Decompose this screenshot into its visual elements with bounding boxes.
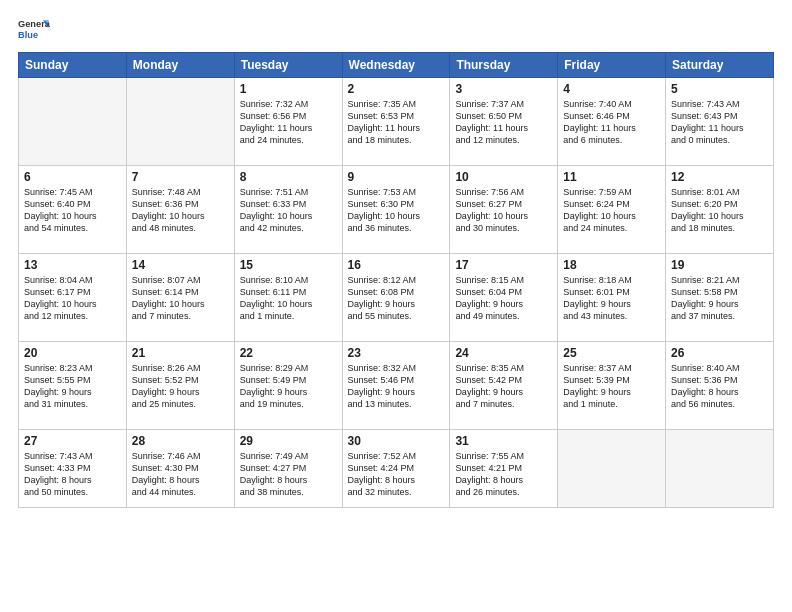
day-number: 16 <box>348 258 445 272</box>
day-number: 10 <box>455 170 552 184</box>
calendar-cell: 1Sunrise: 7:32 AM Sunset: 6:56 PM Daylig… <box>234 78 342 166</box>
day-number: 13 <box>24 258 121 272</box>
calendar-cell <box>666 430 774 508</box>
cell-text: Sunrise: 7:56 AM Sunset: 6:27 PM Dayligh… <box>455 186 552 235</box>
day-number: 11 <box>563 170 660 184</box>
calendar-header-row: SundayMondayTuesdayWednesdayThursdayFrid… <box>19 53 774 78</box>
calendar-cell <box>19 78 127 166</box>
calendar-week-2: 6Sunrise: 7:45 AM Sunset: 6:40 PM Daylig… <box>19 166 774 254</box>
cell-text: Sunrise: 7:53 AM Sunset: 6:30 PM Dayligh… <box>348 186 445 235</box>
calendar-cell: 5Sunrise: 7:43 AM Sunset: 6:43 PM Daylig… <box>666 78 774 166</box>
cell-text: Sunrise: 7:40 AM Sunset: 6:46 PM Dayligh… <box>563 98 660 147</box>
calendar-cell: 13Sunrise: 8:04 AM Sunset: 6:17 PM Dayli… <box>19 254 127 342</box>
header: GeneralBlue <box>18 16 774 44</box>
calendar-cell <box>126 78 234 166</box>
day-number: 9 <box>348 170 445 184</box>
day-number: 1 <box>240 82 337 96</box>
calendar-cell: 19Sunrise: 8:21 AM Sunset: 5:58 PM Dayli… <box>666 254 774 342</box>
calendar-cell: 10Sunrise: 7:56 AM Sunset: 6:27 PM Dayli… <box>450 166 558 254</box>
day-number: 2 <box>348 82 445 96</box>
day-header-friday: Friday <box>558 53 666 78</box>
cell-text: Sunrise: 7:37 AM Sunset: 6:50 PM Dayligh… <box>455 98 552 147</box>
day-number: 31 <box>455 434 552 448</box>
calendar-cell <box>558 430 666 508</box>
calendar-cell: 12Sunrise: 8:01 AM Sunset: 6:20 PM Dayli… <box>666 166 774 254</box>
cell-text: Sunrise: 7:48 AM Sunset: 6:36 PM Dayligh… <box>132 186 229 235</box>
logo-icon: GeneralBlue <box>18 16 50 44</box>
day-number: 28 <box>132 434 229 448</box>
cell-text: Sunrise: 8:18 AM Sunset: 6:01 PM Dayligh… <box>563 274 660 323</box>
cell-text: Sunrise: 8:29 AM Sunset: 5:49 PM Dayligh… <box>240 362 337 411</box>
day-number: 23 <box>348 346 445 360</box>
cell-text: Sunrise: 7:45 AM Sunset: 6:40 PM Dayligh… <box>24 186 121 235</box>
cell-text: Sunrise: 8:32 AM Sunset: 5:46 PM Dayligh… <box>348 362 445 411</box>
day-number: 30 <box>348 434 445 448</box>
calendar: SundayMondayTuesdayWednesdayThursdayFrid… <box>18 52 774 508</box>
calendar-cell: 30Sunrise: 7:52 AM Sunset: 4:24 PM Dayli… <box>342 430 450 508</box>
calendar-cell: 7Sunrise: 7:48 AM Sunset: 6:36 PM Daylig… <box>126 166 234 254</box>
calendar-cell: 3Sunrise: 7:37 AM Sunset: 6:50 PM Daylig… <box>450 78 558 166</box>
day-number: 14 <box>132 258 229 272</box>
calendar-week-1: 1Sunrise: 7:32 AM Sunset: 6:56 PM Daylig… <box>19 78 774 166</box>
day-header-sunday: Sunday <box>19 53 127 78</box>
day-number: 27 <box>24 434 121 448</box>
calendar-cell: 22Sunrise: 8:29 AM Sunset: 5:49 PM Dayli… <box>234 342 342 430</box>
day-number: 21 <box>132 346 229 360</box>
calendar-cell: 9Sunrise: 7:53 AM Sunset: 6:30 PM Daylig… <box>342 166 450 254</box>
cell-text: Sunrise: 7:32 AM Sunset: 6:56 PM Dayligh… <box>240 98 337 147</box>
calendar-cell: 20Sunrise: 8:23 AM Sunset: 5:55 PM Dayli… <box>19 342 127 430</box>
calendar-cell: 2Sunrise: 7:35 AM Sunset: 6:53 PM Daylig… <box>342 78 450 166</box>
calendar-cell: 6Sunrise: 7:45 AM Sunset: 6:40 PM Daylig… <box>19 166 127 254</box>
calendar-cell: 17Sunrise: 8:15 AM Sunset: 6:04 PM Dayli… <box>450 254 558 342</box>
calendar-cell: 18Sunrise: 8:18 AM Sunset: 6:01 PM Dayli… <box>558 254 666 342</box>
day-number: 18 <box>563 258 660 272</box>
day-number: 17 <box>455 258 552 272</box>
day-number: 5 <box>671 82 768 96</box>
cell-text: Sunrise: 8:26 AM Sunset: 5:52 PM Dayligh… <box>132 362 229 411</box>
svg-text:Blue: Blue <box>18 30 38 40</box>
calendar-week-3: 13Sunrise: 8:04 AM Sunset: 6:17 PM Dayli… <box>19 254 774 342</box>
calendar-cell: 14Sunrise: 8:07 AM Sunset: 6:14 PM Dayli… <box>126 254 234 342</box>
day-number: 19 <box>671 258 768 272</box>
day-number: 20 <box>24 346 121 360</box>
cell-text: Sunrise: 7:51 AM Sunset: 6:33 PM Dayligh… <box>240 186 337 235</box>
cell-text: Sunrise: 8:40 AM Sunset: 5:36 PM Dayligh… <box>671 362 768 411</box>
calendar-week-5: 27Sunrise: 7:43 AM Sunset: 4:33 PM Dayli… <box>19 430 774 508</box>
calendar-cell: 16Sunrise: 8:12 AM Sunset: 6:08 PM Dayli… <box>342 254 450 342</box>
logo: GeneralBlue <box>18 16 50 44</box>
day-header-monday: Monday <box>126 53 234 78</box>
cell-text: Sunrise: 7:43 AM Sunset: 6:43 PM Dayligh… <box>671 98 768 147</box>
cell-text: Sunrise: 8:21 AM Sunset: 5:58 PM Dayligh… <box>671 274 768 323</box>
page: GeneralBlue SundayMondayTuesdayWednesday… <box>0 0 792 612</box>
cell-text: Sunrise: 8:23 AM Sunset: 5:55 PM Dayligh… <box>24 362 121 411</box>
day-number: 4 <box>563 82 660 96</box>
day-number: 26 <box>671 346 768 360</box>
cell-text: Sunrise: 8:12 AM Sunset: 6:08 PM Dayligh… <box>348 274 445 323</box>
day-number: 29 <box>240 434 337 448</box>
day-number: 24 <box>455 346 552 360</box>
day-number: 15 <box>240 258 337 272</box>
day-header-tuesday: Tuesday <box>234 53 342 78</box>
calendar-cell: 25Sunrise: 8:37 AM Sunset: 5:39 PM Dayli… <box>558 342 666 430</box>
calendar-cell: 27Sunrise: 7:43 AM Sunset: 4:33 PM Dayli… <box>19 430 127 508</box>
day-number: 25 <box>563 346 660 360</box>
cell-text: Sunrise: 8:37 AM Sunset: 5:39 PM Dayligh… <box>563 362 660 411</box>
day-number: 12 <box>671 170 768 184</box>
calendar-cell: 29Sunrise: 7:49 AM Sunset: 4:27 PM Dayli… <box>234 430 342 508</box>
day-number: 8 <box>240 170 337 184</box>
day-header-saturday: Saturday <box>666 53 774 78</box>
calendar-cell: 23Sunrise: 8:32 AM Sunset: 5:46 PM Dayli… <box>342 342 450 430</box>
day-header-wednesday: Wednesday <box>342 53 450 78</box>
calendar-cell: 8Sunrise: 7:51 AM Sunset: 6:33 PM Daylig… <box>234 166 342 254</box>
cell-text: Sunrise: 8:07 AM Sunset: 6:14 PM Dayligh… <box>132 274 229 323</box>
cell-text: Sunrise: 8:01 AM Sunset: 6:20 PM Dayligh… <box>671 186 768 235</box>
cell-text: Sunrise: 7:43 AM Sunset: 4:33 PM Dayligh… <box>24 450 121 499</box>
calendar-cell: 31Sunrise: 7:55 AM Sunset: 4:21 PM Dayli… <box>450 430 558 508</box>
cell-text: Sunrise: 8:35 AM Sunset: 5:42 PM Dayligh… <box>455 362 552 411</box>
cell-text: Sunrise: 7:59 AM Sunset: 6:24 PM Dayligh… <box>563 186 660 235</box>
calendar-cell: 4Sunrise: 7:40 AM Sunset: 6:46 PM Daylig… <box>558 78 666 166</box>
calendar-week-4: 20Sunrise: 8:23 AM Sunset: 5:55 PM Dayli… <box>19 342 774 430</box>
day-number: 3 <box>455 82 552 96</box>
cell-text: Sunrise: 7:55 AM Sunset: 4:21 PM Dayligh… <box>455 450 552 499</box>
day-number: 22 <box>240 346 337 360</box>
